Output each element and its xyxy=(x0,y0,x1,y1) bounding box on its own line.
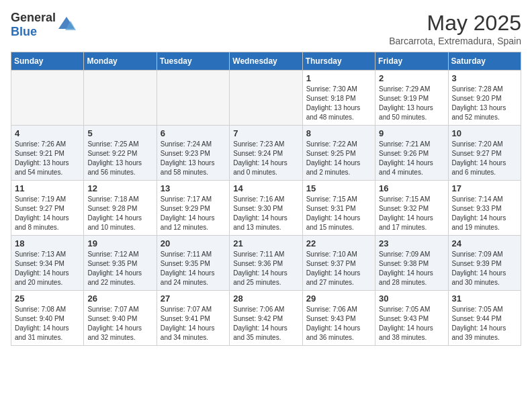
day-number: 23 xyxy=(379,238,444,248)
calendar-cell: 22Sunrise: 7:10 AM Sunset: 9:37 PM Dayli… xyxy=(302,236,375,291)
day-info: Sunrise: 7:05 AM Sunset: 9:44 PM Dayligh… xyxy=(452,305,517,342)
calendar-cell: 27Sunrise: 7:07 AM Sunset: 9:41 PM Dayli… xyxy=(157,291,229,346)
calendar-cell: 30Sunrise: 7:05 AM Sunset: 9:43 PM Dayli… xyxy=(375,291,448,346)
logo-text: General Blue xyxy=(11,11,56,39)
calendar-week-row: 4Sunrise: 7:26 AM Sunset: 9:21 PM Daylig… xyxy=(11,126,521,181)
day-number: 31 xyxy=(452,293,517,304)
calendar-cell xyxy=(11,71,84,126)
calendar-cell: 23Sunrise: 7:09 AM Sunset: 9:38 PM Dayli… xyxy=(375,236,448,291)
calendar-cell: 4Sunrise: 7:26 AM Sunset: 9:21 PM Daylig… xyxy=(11,126,84,181)
day-number: 11 xyxy=(15,183,80,193)
weekday-header-tuesday: Tuesday xyxy=(157,52,229,71)
day-info: Sunrise: 7:25 AM Sunset: 9:22 PM Dayligh… xyxy=(87,140,152,177)
day-info: Sunrise: 7:29 AM Sunset: 9:19 PM Dayligh… xyxy=(379,85,444,122)
day-number: 7 xyxy=(233,128,298,138)
weekday-header-thursday: Thursday xyxy=(302,52,375,71)
day-info: Sunrise: 7:11 AM Sunset: 9:35 PM Dayligh… xyxy=(161,250,226,287)
calendar-cell: 6Sunrise: 7:24 AM Sunset: 9:23 PM Daylig… xyxy=(157,126,229,181)
calendar-cell: 15Sunrise: 7:15 AM Sunset: 9:31 PM Dayli… xyxy=(302,181,375,236)
calendar-cell: 11Sunrise: 7:19 AM Sunset: 9:27 PM Dayli… xyxy=(11,181,84,236)
calendar-cell: 28Sunrise: 7:06 AM Sunset: 9:42 PM Dayli… xyxy=(230,291,302,346)
calendar-table: SundayMondayTuesdayWednesdayThursdayFrid… xyxy=(11,52,521,346)
day-info: Sunrise: 7:09 AM Sunset: 9:39 PM Dayligh… xyxy=(452,250,517,287)
day-number: 29 xyxy=(306,293,371,304)
day-info: Sunrise: 7:21 AM Sunset: 9:26 PM Dayligh… xyxy=(379,140,444,177)
day-info: Sunrise: 7:12 AM Sunset: 9:35 PM Dayligh… xyxy=(87,250,152,287)
calendar-cell: 16Sunrise: 7:15 AM Sunset: 9:32 PM Dayli… xyxy=(375,181,448,236)
calendar-week-row: 18Sunrise: 7:13 AM Sunset: 9:34 PM Dayli… xyxy=(11,236,521,291)
logo-general: General xyxy=(11,11,56,24)
day-number: 22 xyxy=(306,238,371,248)
calendar-cell: 17Sunrise: 7:14 AM Sunset: 9:33 PM Dayli… xyxy=(448,181,521,236)
calendar-cell: 25Sunrise: 7:08 AM Sunset: 9:40 PM Dayli… xyxy=(11,291,84,346)
day-info: Sunrise: 7:06 AM Sunset: 9:43 PM Dayligh… xyxy=(306,305,371,342)
calendar-cell: 26Sunrise: 7:07 AM Sunset: 9:40 PM Dayli… xyxy=(84,291,157,346)
calendar-cell: 13Sunrise: 7:17 AM Sunset: 9:29 PM Dayli… xyxy=(157,181,229,236)
day-number: 13 xyxy=(161,183,226,193)
day-info: Sunrise: 7:10 AM Sunset: 9:37 PM Dayligh… xyxy=(306,250,371,287)
calendar-cell: 18Sunrise: 7:13 AM Sunset: 9:34 PM Dayli… xyxy=(11,236,84,291)
day-info: Sunrise: 7:23 AM Sunset: 9:24 PM Dayligh… xyxy=(233,140,298,177)
day-number: 14 xyxy=(233,183,298,193)
logo: General Blue xyxy=(11,11,76,39)
weekday-header-saturday: Saturday xyxy=(448,52,521,71)
day-info: Sunrise: 7:16 AM Sunset: 9:30 PM Dayligh… xyxy=(233,195,298,232)
calendar-cell: 21Sunrise: 7:11 AM Sunset: 9:36 PM Dayli… xyxy=(230,236,302,291)
day-info: Sunrise: 7:07 AM Sunset: 9:41 PM Dayligh… xyxy=(161,305,226,342)
title-area: May 2025 Barcarrota, Extremadura, Spain xyxy=(389,11,521,46)
day-info: Sunrise: 7:09 AM Sunset: 9:38 PM Dayligh… xyxy=(379,250,444,287)
day-number: 2 xyxy=(379,73,444,83)
calendar-cell xyxy=(157,71,229,126)
day-number: 24 xyxy=(452,238,517,248)
calendar-cell: 12Sunrise: 7:18 AM Sunset: 9:28 PM Dayli… xyxy=(84,181,157,236)
day-info: Sunrise: 7:22 AM Sunset: 9:25 PM Dayligh… xyxy=(306,140,371,177)
logo-icon xyxy=(57,15,76,34)
day-number: 3 xyxy=(452,73,517,83)
day-number: 26 xyxy=(87,293,152,304)
day-number: 8 xyxy=(306,128,371,138)
day-info: Sunrise: 7:15 AM Sunset: 9:32 PM Dayligh… xyxy=(379,195,444,232)
day-info: Sunrise: 7:15 AM Sunset: 9:31 PM Dayligh… xyxy=(306,195,371,232)
day-info: Sunrise: 7:28 AM Sunset: 9:20 PM Dayligh… xyxy=(452,85,517,122)
day-info: Sunrise: 7:19 AM Sunset: 9:27 PM Dayligh… xyxy=(15,195,80,232)
day-number: 27 xyxy=(161,293,226,304)
day-number: 15 xyxy=(306,183,371,193)
calendar-cell xyxy=(84,71,157,126)
calendar-cell: 7Sunrise: 7:23 AM Sunset: 9:24 PM Daylig… xyxy=(230,126,302,181)
weekday-header-friday: Friday xyxy=(375,52,448,71)
calendar-week-row: 11Sunrise: 7:19 AM Sunset: 9:27 PM Dayli… xyxy=(11,181,521,236)
calendar-cell xyxy=(230,71,302,126)
day-info: Sunrise: 7:08 AM Sunset: 9:40 PM Dayligh… xyxy=(15,305,80,342)
calendar-cell: 20Sunrise: 7:11 AM Sunset: 9:35 PM Dayli… xyxy=(157,236,229,291)
weekday-header-sunday: Sunday xyxy=(11,52,84,71)
logo-blue: Blue xyxy=(11,25,37,38)
calendar-cell: 10Sunrise: 7:20 AM Sunset: 9:27 PM Dayli… xyxy=(448,126,521,181)
day-number: 21 xyxy=(233,238,298,248)
calendar-cell: 3Sunrise: 7:28 AM Sunset: 9:20 PM Daylig… xyxy=(448,71,521,126)
day-info: Sunrise: 7:14 AM Sunset: 9:33 PM Dayligh… xyxy=(452,195,517,232)
day-number: 6 xyxy=(161,128,226,138)
day-number: 1 xyxy=(306,73,371,83)
calendar-cell: 5Sunrise: 7:25 AM Sunset: 9:22 PM Daylig… xyxy=(84,126,157,181)
day-number: 16 xyxy=(379,183,444,193)
calendar-cell: 31Sunrise: 7:05 AM Sunset: 9:44 PM Dayli… xyxy=(448,291,521,346)
day-number: 12 xyxy=(87,183,152,193)
day-info: Sunrise: 7:20 AM Sunset: 9:27 PM Dayligh… xyxy=(452,140,517,177)
calendar-cell: 2Sunrise: 7:29 AM Sunset: 9:19 PM Daylig… xyxy=(375,71,448,126)
day-number: 4 xyxy=(15,128,80,138)
day-number: 20 xyxy=(161,238,226,248)
calendar-cell: 8Sunrise: 7:22 AM Sunset: 9:25 PM Daylig… xyxy=(302,126,375,181)
day-info: Sunrise: 7:30 AM Sunset: 9:18 PM Dayligh… xyxy=(306,85,371,122)
calendar-cell: 24Sunrise: 7:09 AM Sunset: 9:39 PM Dayli… xyxy=(448,236,521,291)
calendar-cell: 29Sunrise: 7:06 AM Sunset: 9:43 PM Dayli… xyxy=(302,291,375,346)
day-info: Sunrise: 7:05 AM Sunset: 9:43 PM Dayligh… xyxy=(379,305,444,342)
day-number: 10 xyxy=(452,128,517,138)
day-info: Sunrise: 7:18 AM Sunset: 9:28 PM Dayligh… xyxy=(87,195,152,232)
weekday-header-wednesday: Wednesday xyxy=(230,52,302,71)
calendar-week-row: 25Sunrise: 7:08 AM Sunset: 9:40 PM Dayli… xyxy=(11,291,521,346)
day-info: Sunrise: 7:24 AM Sunset: 9:23 PM Dayligh… xyxy=(161,140,226,177)
calendar-week-row: 1Sunrise: 7:30 AM Sunset: 9:18 PM Daylig… xyxy=(11,71,521,126)
day-number: 28 xyxy=(233,293,298,304)
calendar-cell: 1Sunrise: 7:30 AM Sunset: 9:18 PM Daylig… xyxy=(302,71,375,126)
location-title: Barcarrota, Extremadura, Spain xyxy=(389,36,521,46)
